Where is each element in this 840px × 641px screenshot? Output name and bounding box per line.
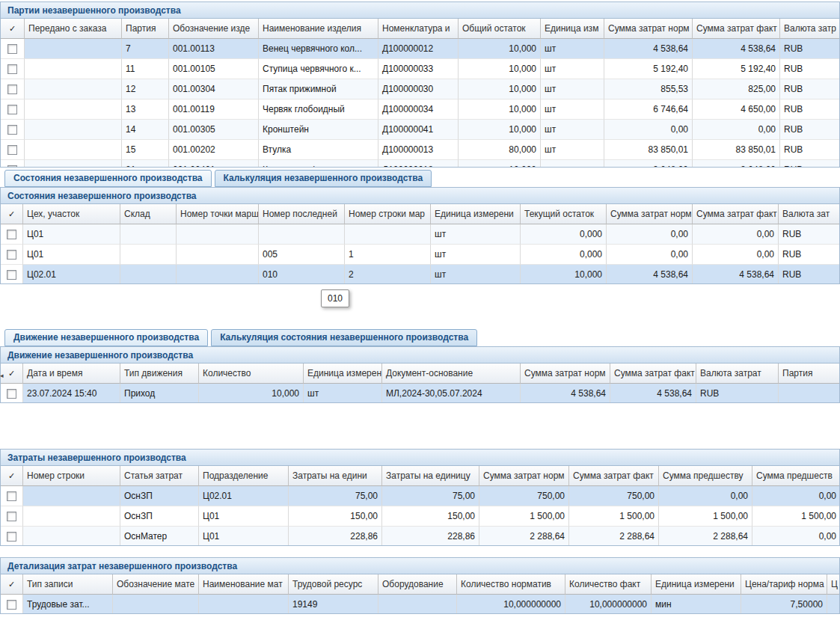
column-header[interactable]: Номер строки мар (345, 204, 431, 224)
column-header[interactable]: Номер строки (23, 466, 120, 486)
grid-cell[interactable]: ОснЗП (120, 486, 199, 506)
grid-cell[interactable]: RUB (696, 384, 779, 403)
grid-cell[interactable]: RUB (779, 265, 840, 284)
grid-cell[interactable]: RUB (780, 99, 840, 120)
column-header[interactable]: Партия (122, 19, 169, 39)
grid-cell[interactable]: 2 288,64 (659, 527, 752, 546)
grid-cell[interactable]: 23.07.2024 15:40 (23, 384, 120, 403)
column-header[interactable]: Общий остаток (459, 19, 541, 39)
grid-cell[interactable]: 10,000 (459, 99, 541, 120)
column-header[interactable]: Цех, участок (23, 204, 120, 224)
column-header[interactable]: Обозначение изде (169, 19, 259, 39)
column-header[interactable]: Единица изм (541, 19, 604, 39)
column-header[interactable]: Затраты на едини (289, 466, 382, 486)
grid-cell[interactable]: 1 500,00 (752, 506, 840, 527)
grid-cell[interactable]: 10,000 (459, 79, 541, 99)
grid-cell[interactable] (177, 224, 259, 245)
grid-row[interactable]: 13001.00119Червяк глобоидныйД10000003410… (1, 99, 839, 120)
grid-cell[interactable]: 0,00 (752, 527, 840, 546)
column-header[interactable]: Количество факт (565, 574, 652, 595)
grid-cell[interactable]: RUB (780, 39, 840, 59)
grid-cell[interactable]: ОснЗП (120, 506, 199, 527)
column-header[interactable]: Количество норматив (457, 574, 565, 595)
grid-cell[interactable]: 14 (122, 120, 169, 140)
row-checkbox[interactable] (7, 600, 16, 610)
column-header[interactable]: Номенклатура и (378, 19, 459, 39)
column-header[interactable]: Номер точки марш (177, 204, 259, 224)
grid-cell[interactable]: 10,000 (459, 39, 541, 59)
column-header[interactable]: Трудовой ресурс (289, 574, 378, 595)
grid-cell[interactable]: шт (431, 224, 521, 245)
grid-cell[interactable] (177, 245, 259, 265)
column-header[interactable]: Номер последней (259, 204, 345, 224)
column-header[interactable]: Сумма затрат норм (479, 466, 569, 486)
grid-cell[interactable]: 1 (345, 245, 431, 265)
grid-cell[interactable]: 80,000 (459, 140, 541, 160)
grid-cell[interactable]: 001.00305 (169, 120, 259, 140)
column-header[interactable]: Документ-основание (382, 364, 521, 384)
row-checkbox[interactable] (7, 145, 17, 155)
grid-cell[interactable]: 7,50000 (741, 595, 827, 614)
grid-cell[interactable]: 001.00119 (169, 99, 259, 120)
column-header[interactable]: Валюта зат (779, 204, 840, 224)
grid-cell[interactable] (113, 595, 199, 614)
select-all-header[interactable]: ✓ (1, 466, 23, 486)
grid-cell[interactable]: RUB (780, 120, 840, 140)
column-header[interactable]: Сумма предшеству (659, 466, 752, 486)
grid-cell[interactable]: 83 850,01 (693, 140, 780, 160)
grid-cell[interactable]: Д100000041 (378, 120, 459, 140)
grid-cell[interactable]: 83 850,01 (604, 140, 693, 160)
grid-row[interactable]: 7001.00113Венец червячного кол...Д100000… (1, 39, 839, 59)
grid-row[interactable]: 15001.00202ВтулкаД10000001380,000шт83 85… (1, 140, 839, 160)
grid-cell[interactable]: 7 (122, 39, 169, 59)
grid-cell[interactable]: Приход (120, 384, 199, 403)
grid-row[interactable]: Ц02.010102шт10,0004 538,644 538,64RUB (1, 265, 839, 284)
grid-cell[interactable]: 2 (345, 265, 431, 284)
row-checkbox[interactable] (7, 512, 16, 521)
grid-cell[interactable]: 10,000000000 (565, 595, 652, 614)
grid-cell[interactable]: 0,00 (693, 120, 780, 140)
row-checkbox[interactable] (7, 64, 17, 74)
column-header[interactable]: Дата и время (23, 364, 120, 384)
grid-cell[interactable]: 0,00 (693, 224, 779, 245)
grid-cell[interactable]: 5 192,40 (604, 59, 693, 79)
select-all-header[interactable]: ✓ (1, 19, 25, 39)
grid-cell[interactable]: 75,00 (382, 486, 479, 506)
grid-cell[interactable]: Ц02.01 (199, 486, 289, 506)
select-all-header[interactable]: ✓ (1, 574, 23, 595)
grid-cell[interactable]: 0,00 (607, 224, 693, 245)
grid-cell[interactable]: 0,00 (693, 245, 779, 265)
grid-cell[interactable] (177, 265, 259, 284)
grid-cell[interactable]: 11 (122, 59, 169, 79)
splitter-collapse-icon[interactable]: ◂ (0, 368, 7, 383)
grid-cell[interactable]: RUB (780, 160, 840, 168)
grid-cell[interactable] (23, 506, 120, 527)
grid-cell[interactable]: 150,00 (382, 506, 479, 527)
tab[interactable]: Калькуляция незавершенного производства (215, 170, 432, 187)
grid-cell[interactable]: Ступица червячного к... (259, 59, 378, 79)
grid-cell[interactable] (25, 59, 122, 79)
grid-cell[interactable]: 10,000 (459, 59, 541, 79)
grid-cell[interactable]: шт (541, 99, 604, 120)
grid-cell[interactable]: 855,53 (604, 79, 693, 99)
grid-cell[interactable]: 010 (259, 265, 345, 284)
grid-cell[interactable]: шт (541, 79, 604, 99)
grid-cell[interactable]: 0,00 (659, 486, 752, 506)
grid-cell[interactable]: 4 538,64 (693, 39, 780, 59)
column-header[interactable]: Цена/тариф норма (741, 574, 827, 595)
grid-cell[interactable]: 228,86 (382, 527, 479, 546)
grid-cell[interactable]: 10,000 (459, 160, 541, 168)
row-checkbox[interactable] (7, 389, 16, 399)
grid-cell[interactable] (23, 486, 120, 506)
grid-cell[interactable]: 750,00 (569, 486, 659, 506)
grid-cell[interactable]: 001.00105 (169, 59, 259, 79)
grid-cell[interactable]: Ц01 (199, 527, 289, 546)
grid-cell[interactable]: Трудовые зат... (23, 595, 113, 614)
grid-cell[interactable]: шт (304, 384, 382, 403)
grid-cell[interactable]: 750,00 (479, 486, 569, 506)
row-checkbox[interactable] (7, 125, 17, 135)
grid-cell[interactable]: 15 (122, 140, 169, 160)
grid-cell[interactable]: Кронштейн (259, 120, 378, 140)
grid-cell[interactable]: Д100000033 (378, 59, 459, 79)
grid-cell[interactable]: Ц01 (23, 224, 120, 245)
